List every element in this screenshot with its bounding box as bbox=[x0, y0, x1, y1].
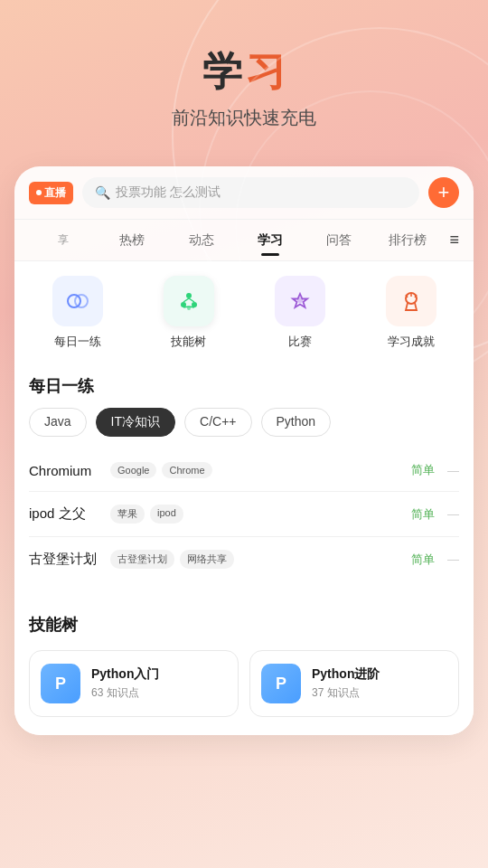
quiz-item[interactable]: ipod 之父 苹果 ipod 简单 — bbox=[29, 492, 459, 537]
skill-python-intro-icon: P bbox=[41, 664, 80, 703]
header: 学 习 前沿知识快速充电 bbox=[0, 0, 488, 148]
skill-grid: P Python入门 63 知识点 P Python进阶 37 知识点 bbox=[29, 650, 459, 717]
search-icon: 🔍 bbox=[95, 185, 110, 200]
live-badge[interactable]: 直播 bbox=[29, 182, 73, 204]
add-icon: + bbox=[438, 183, 450, 203]
skill-tree-section-title: 技能树 bbox=[29, 599, 459, 646]
content-area: 每日一练 Java IT冷知识 C/C++ Python Chromium Go… bbox=[14, 361, 474, 599]
svg-line-6 bbox=[189, 298, 194, 302]
svg-point-2 bbox=[186, 293, 192, 298]
skill-name: Python入门 bbox=[91, 666, 227, 683]
quiz-tag: 网络共享 bbox=[180, 550, 234, 569]
app-card: 直播 🔍 投票功能 怎么测试 + 享 热榜 动态 学习 问答 排行榜 ≡ bbox=[14, 166, 474, 735]
tab-dynamic-label: 动态 bbox=[189, 232, 214, 247]
quiz-tags: 古登堡计划 网络共享 bbox=[110, 550, 402, 569]
quiz-difficulty: 简单 bbox=[411, 462, 435, 478]
quiz-dash: — bbox=[447, 507, 459, 521]
tab-qa-label: 问答 bbox=[326, 232, 352, 247]
quiz-difficulty: 简单 bbox=[411, 506, 435, 523]
skill-count: 63 知识点 bbox=[91, 685, 227, 701]
app-bar: 直播 🔍 投票功能 怎么测试 + bbox=[14, 166, 474, 220]
competition-label: 比赛 bbox=[288, 334, 312, 350]
svg-line-9 bbox=[189, 307, 194, 307]
filter-chips: Java IT冷知识 C/C++ Python bbox=[29, 408, 459, 437]
svg-line-5 bbox=[183, 298, 189, 302]
quiz-tag: 苹果 bbox=[110, 505, 145, 524]
nav-tabs: 享 热榜 动态 学习 问答 排行榜 ≡ bbox=[14, 220, 474, 261]
skill-tree-label: 技能树 bbox=[171, 334, 206, 350]
title-text: 学 bbox=[202, 45, 242, 99]
header-subtitle: 前沿知识快速充电 bbox=[18, 106, 470, 130]
quiz-tag: 古登堡计划 bbox=[110, 550, 174, 569]
quiz-list: Chromium Google Chrome 简单 — ipod 之父 苹果 i… bbox=[29, 449, 459, 581]
live-label: 直播 bbox=[44, 185, 66, 201]
skill-python-advanced-icon: P bbox=[261, 664, 301, 703]
search-bar[interactable]: 🔍 投票功能 怎么测试 bbox=[82, 177, 419, 208]
quiz-name: Chromium bbox=[29, 463, 101, 478]
app-title: 学 习 bbox=[18, 45, 470, 99]
tab-qa[interactable]: 问答 bbox=[305, 229, 373, 252]
qa-competition[interactable]: 比赛 bbox=[244, 276, 355, 350]
tab-dynamic[interactable]: 动态 bbox=[167, 229, 236, 252]
skill-card-python-advanced[interactable]: P Python进阶 37 知识点 bbox=[249, 650, 459, 717]
search-placeholder: 投票功能 怎么测试 bbox=[116, 184, 221, 201]
achievements-icon bbox=[386, 276, 436, 326]
qa-daily-practice[interactable]: 每日一练 bbox=[22, 276, 133, 350]
add-button[interactable]: + bbox=[428, 177, 459, 208]
skill-name: Python进阶 bbox=[312, 666, 447, 683]
tab-learn[interactable]: 学习 bbox=[236, 229, 305, 252]
filter-it-cold[interactable]: IT冷知识 bbox=[96, 408, 175, 437]
skill-tree-section: 技能树 P Python入门 63 知识点 P Python进阶 37 知识点 bbox=[14, 599, 474, 735]
quiz-name: 古登堡计划 bbox=[29, 551, 101, 568]
live-dot bbox=[36, 190, 42, 195]
tab-rank[interactable]: 排行榜 bbox=[373, 229, 442, 252]
quiz-difficulty: 简单 bbox=[411, 552, 435, 568]
tab-share-label: 享 bbox=[58, 233, 69, 246]
skill-info: Python入门 63 知识点 bbox=[91, 666, 227, 701]
skill-card-python-intro[interactable]: P Python入门 63 知识点 bbox=[29, 650, 239, 717]
tab-learn-label: 学习 bbox=[258, 232, 283, 247]
filter-python[interactable]: Python bbox=[261, 408, 332, 437]
daily-practice-icon bbox=[52, 276, 103, 326]
quiz-dash: — bbox=[447, 552, 459, 566]
competition-icon bbox=[275, 276, 325, 326]
quiz-tag: ipod bbox=[150, 505, 183, 524]
daily-practice-section-title: 每日一练 bbox=[29, 361, 459, 408]
svg-point-10 bbox=[297, 297, 303, 303]
quiz-dash: — bbox=[447, 464, 459, 477]
svg-line-8 bbox=[183, 307, 189, 307]
filter-java[interactable]: Java bbox=[29, 408, 87, 437]
quiz-item[interactable]: 古登堡计划 古登堡计划 网络共享 简单 — bbox=[29, 537, 459, 581]
tab-rank-label: 排行榜 bbox=[389, 232, 427, 247]
title-icon: 习 bbox=[246, 45, 286, 99]
qa-achievements[interactable]: 学习成就 bbox=[355, 276, 466, 350]
quiz-tag: Chrome bbox=[162, 462, 211, 478]
achievements-label: 学习成就 bbox=[388, 334, 435, 350]
skill-tree-icon bbox=[164, 276, 214, 326]
quiz-tags: Google Chrome bbox=[110, 462, 402, 478]
tab-share[interactable]: 享 bbox=[29, 229, 98, 251]
tab-hot-label: 热榜 bbox=[119, 232, 145, 247]
daily-practice-label: 每日一练 bbox=[54, 334, 101, 350]
quick-access: 每日一练 技能树 bbox=[14, 261, 474, 361]
qa-skill-tree[interactable]: 技能树 bbox=[133, 276, 244, 350]
quiz-name: ipod 之父 bbox=[29, 505, 101, 523]
quiz-item[interactable]: Chromium Google Chrome 简单 — bbox=[29, 449, 459, 492]
skill-count: 37 知识点 bbox=[312, 685, 447, 701]
quiz-tags: 苹果 ipod bbox=[110, 505, 402, 524]
skill-info: Python进阶 37 知识点 bbox=[312, 666, 447, 701]
tab-hot[interactable]: 热榜 bbox=[98, 229, 166, 252]
filter-cpp[interactable]: C/C++ bbox=[184, 408, 251, 437]
quiz-tag: Google bbox=[110, 462, 156, 478]
nav-menu-icon[interactable]: ≡ bbox=[443, 227, 460, 253]
